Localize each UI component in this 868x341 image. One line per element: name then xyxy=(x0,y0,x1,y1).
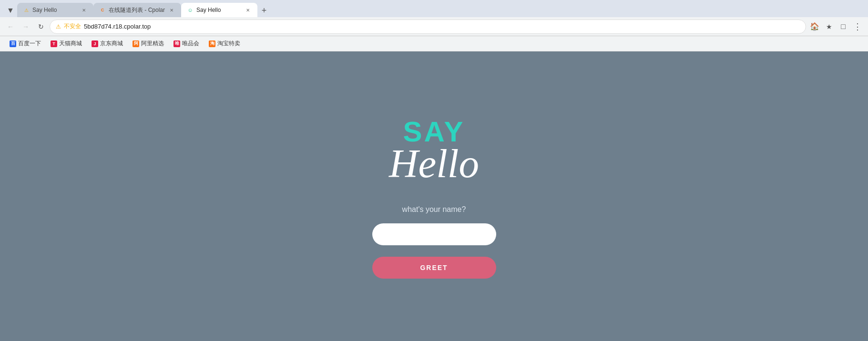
menu-button[interactable]: ⋮ xyxy=(851,20,864,33)
name-prompt: what's your name? xyxy=(402,205,466,214)
tab-favicon-1: ⚠ xyxy=(23,7,30,13)
bookmark-favicon-ali: 阿 xyxy=(133,40,139,47)
bookmark-vip[interactable]: 唯 唯品会 xyxy=(170,39,203,49)
bookmark-favicon-tianmao: T xyxy=(51,40,57,47)
forward-button[interactable]: → xyxy=(19,20,32,33)
reload-button[interactable]: ↻ xyxy=(34,20,48,33)
tab-favicon-3: ☺ xyxy=(187,7,194,13)
bookmark-ali[interactable]: 阿 阿里精选 xyxy=(129,39,168,49)
tab-close-1[interactable]: ✕ xyxy=(80,6,88,14)
bookmark-favicon-taobao: 淘 xyxy=(209,40,215,47)
bookmark-taobao[interactable]: 淘 淘宝特卖 xyxy=(205,39,244,49)
nav-bar: ← → ↻ ⚠ 不安全 5bd87d74.r18.cpolar.top 🏠 ★ … xyxy=(0,17,868,36)
address-text: 5bd87d74.r18.cpolar.top xyxy=(84,23,151,30)
bookmark-favicon-jd: J xyxy=(92,40,98,47)
tab-say-hello-2[interactable]: ☺ Say Hello ✕ xyxy=(181,3,257,17)
browser-chrome: ▼ ⚠ Say Hello ✕ C 在线隧道列表 - Cpolar ✕ ☺ Sa… xyxy=(0,0,868,51)
bookmark-favicon-vip: 唯 xyxy=(174,40,180,47)
bookmark-label-tianmao: 天猫商城 xyxy=(59,40,82,48)
bookmark-tianmao[interactable]: T 天猫商城 xyxy=(47,39,86,49)
tab-label-2: 在线隧道列表 - Cpolar xyxy=(109,6,165,14)
bookmark-baidu[interactable]: 百 百度一下 xyxy=(6,39,45,49)
back-button[interactable]: ← xyxy=(4,20,17,33)
tab-favicon-2: C xyxy=(99,7,106,13)
bookmark-label-jd: 京东商城 xyxy=(100,40,123,48)
tab-say-hello-1[interactable]: ⚠ Say Hello ✕ xyxy=(17,3,93,17)
bookmarks-bar: 百 百度一下 T 天猫商城 J 京东商城 阿 阿里精选 唯 唯品会 淘 淘宝特卖 xyxy=(0,36,868,51)
new-tab-button[interactable]: + xyxy=(257,4,271,17)
bookmark-button[interactable]: ★ xyxy=(822,20,836,33)
tab-cpolar[interactable]: C 在线隧道列表 - Cpolar ✕ xyxy=(93,3,181,17)
security-icon: ⚠ xyxy=(56,23,61,30)
bookmark-label-ali: 阿里精选 xyxy=(141,40,164,48)
page-content: SAY Hello what's your name? GREET xyxy=(0,51,868,341)
bookmark-favicon-baidu: 百 xyxy=(10,40,16,47)
nav-actions: 🏠 ★ □ ⋮ xyxy=(808,20,864,33)
tab-bar: ▼ ⚠ Say Hello ✕ C 在线隧道列表 - Cpolar ✕ ☺ Sa… xyxy=(0,0,868,17)
name-input[interactable] xyxy=(372,223,496,245)
bookmark-label-vip: 唯品会 xyxy=(182,40,199,48)
tab-dropdown[interactable]: ▼ xyxy=(4,4,17,17)
address-bar[interactable]: ⚠ 不安全 5bd87d74.r18.cpolar.top xyxy=(50,20,806,34)
tab-label-1: Say Hello xyxy=(32,7,77,13)
tab-close-3[interactable]: ✕ xyxy=(244,6,252,14)
translate-button[interactable]: 🏠 xyxy=(808,20,821,33)
extensions-button[interactable]: □ xyxy=(837,20,850,33)
tab-close-2[interactable]: ✕ xyxy=(168,6,175,14)
bookmark-jd[interactable]: J 京东商城 xyxy=(88,39,127,49)
security-label: 不安全 xyxy=(64,22,81,30)
bookmark-label-baidu: 百度一下 xyxy=(18,40,41,48)
greet-button[interactable]: GREET xyxy=(372,257,496,279)
tab-label-3: Say Hello xyxy=(196,7,241,13)
hello-heading: Hello xyxy=(389,141,479,186)
bookmark-label-taobao: 淘宝特卖 xyxy=(217,40,240,48)
